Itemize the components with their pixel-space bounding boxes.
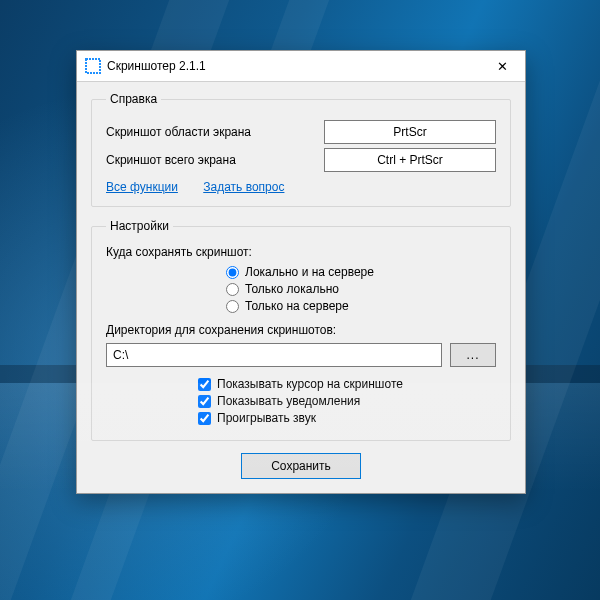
check-sound-label: Проигрывать звук (217, 411, 316, 425)
app-icon (85, 58, 101, 74)
save-button[interactable]: Сохранить (241, 453, 361, 479)
browse-label: ... (466, 348, 479, 362)
svg-rect-0 (86, 59, 100, 73)
area-hotkey-text: PrtScr (393, 125, 426, 139)
save-where-radios: Локально и на сервере Только локально То… (226, 265, 496, 313)
settings-group: Настройки Куда сохранять скриншот: Локал… (91, 219, 511, 441)
check-notify[interactable]: Показывать уведомления (198, 394, 496, 408)
radio-both[interactable]: Локально и на сервере (226, 265, 496, 279)
close-icon: ✕ (497, 59, 508, 74)
save-button-label: Сохранить (271, 459, 331, 473)
help-legend: Справка (106, 92, 161, 106)
dir-input[interactable] (106, 343, 442, 367)
radio-server-input[interactable] (226, 300, 239, 313)
check-sound-input[interactable] (198, 412, 211, 425)
radio-server[interactable]: Только на сервере (226, 299, 496, 313)
full-shot-label: Скриншот всего экрана (106, 153, 324, 167)
dir-label: Директория для сохранения скриншотов: (106, 323, 496, 337)
check-cursor[interactable]: Показывать курсор на скриншоте (198, 377, 496, 391)
settings-legend: Настройки (106, 219, 173, 233)
close-button[interactable]: ✕ (480, 51, 525, 81)
check-cursor-label: Показывать курсор на скриншоте (217, 377, 403, 391)
window-title: Скриншотер 2.1.1 (107, 59, 480, 73)
titlebar[interactable]: Скриншотер 2.1.1 ✕ (77, 51, 525, 82)
link-ask-question[interactable]: Задать вопрос (203, 180, 284, 194)
app-window: Скриншотер 2.1.1 ✕ Справка Скриншот обла… (76, 50, 526, 494)
window-body: Справка Скриншот области экрана PrtScr С… (77, 82, 525, 493)
link-all-functions[interactable]: Все функции (106, 180, 178, 194)
check-sound[interactable]: Проигрывать звук (198, 411, 496, 425)
radio-local-label: Только локально (245, 282, 339, 296)
browse-button[interactable]: ... (450, 343, 496, 367)
radio-both-input[interactable] (226, 266, 239, 279)
radio-local-input[interactable] (226, 283, 239, 296)
help-group: Справка Скриншот области экрана PrtScr С… (91, 92, 511, 207)
full-hotkey-field[interactable]: Ctrl + PrtScr (324, 148, 496, 172)
area-hotkey-field[interactable]: PrtScr (324, 120, 496, 144)
radio-both-label: Локально и на сервере (245, 265, 374, 279)
save-where-label: Куда сохранять скриншот: (106, 245, 496, 259)
radio-server-label: Только на сервере (245, 299, 349, 313)
checkbox-group: Показывать курсор на скриншоте Показыват… (198, 377, 496, 425)
desktop-background: Скриншотер 2.1.1 ✕ Справка Скриншот обла… (0, 0, 600, 600)
area-shot-label: Скриншот области экрана (106, 125, 324, 139)
check-cursor-input[interactable] (198, 378, 211, 391)
check-notify-label: Показывать уведомления (217, 394, 360, 408)
radio-local[interactable]: Только локально (226, 282, 496, 296)
full-hotkey-text: Ctrl + PrtScr (377, 153, 443, 167)
check-notify-input[interactable] (198, 395, 211, 408)
